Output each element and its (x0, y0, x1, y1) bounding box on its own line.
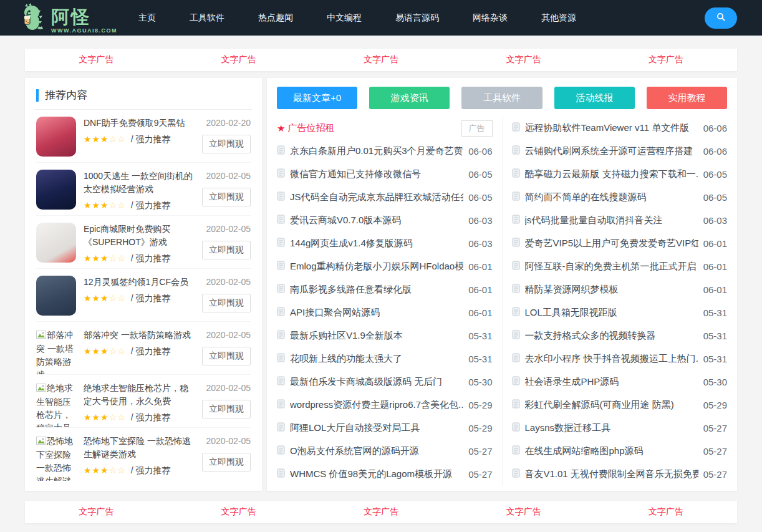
article-link[interactable]: 阿狸LOL大厅自动接受对局工具 (290, 422, 463, 434)
article-link[interactable]: 144g网页生成v1.4修复版源码 (290, 238, 463, 249)
category-button[interactable]: 游戏资讯 (369, 87, 450, 109)
article-title-link[interactable]: Epic商城限时免费购买《SUPERHOT》游戏 (84, 223, 196, 249)
text-ad-link[interactable]: 文字广告 (167, 54, 309, 65)
category-button[interactable]: 活动线报 (554, 87, 635, 109)
category-button[interactable]: 最新文章+0 (277, 87, 357, 109)
watch-now-button[interactable]: 立即围观 (202, 347, 251, 365)
thumbnail-image (36, 117, 76, 157)
article-info: DNF助手免费领取9天黑钻 ★★★☆☆ / 强力推荐 (84, 117, 196, 162)
article-thumbnail[interactable]: 恐怖地下室探险 一款恐怖逃生解谜 (36, 435, 77, 481)
article-link[interactable]: 去水印小程序 快手抖音视频搬运工上热门... (525, 353, 698, 365)
article-thumbnail[interactable] (36, 223, 77, 268)
article-date: 05-31 (703, 307, 727, 318)
article-link[interactable]: Laysns数据迁移工具 (525, 422, 698, 434)
article-thumbnail[interactable] (36, 170, 77, 215)
text-ad-link[interactable]: 文字广告 (25, 54, 167, 65)
text-ad-link[interactable]: 文字广告 (25, 506, 167, 518)
nav-item[interactable]: 热点趣闻 (258, 12, 293, 24)
article-link[interactable]: 南瓜影视多线路任意看绿化版 (290, 284, 463, 296)
watch-now-button[interactable]: 立即围观 (202, 241, 251, 259)
article-link[interactable]: 音友V1.01 无视付费限制全网音乐无损免费... (525, 468, 698, 480)
recommended-item: 绝地求生智能压枪芯片，稳定大号使用 绝地求生智能压枪芯片，稳定大号使用，永久免费… (36, 375, 251, 428)
nav-item[interactable]: 易语言源码 (395, 12, 439, 24)
ad-rent-link[interactable]: 广告位招租 (287, 122, 458, 134)
nav-item[interactable]: 中文编程 (327, 12, 362, 24)
article-link[interactable]: 彩虹代刷全解源码(可商业用途 防黑) (525, 399, 698, 411)
article-date: 2020-02-20 (202, 118, 251, 128)
article-date: 05-27 (468, 446, 492, 457)
document-icon (512, 445, 520, 457)
article-link[interactable]: js代码批量批量自动取消抖音关注 (525, 215, 698, 226)
nav-item[interactable]: 其他资源 (541, 12, 576, 24)
broken-image-alt-text: 恐怖地下室探险 一款恐怖逃生解谜 (36, 436, 73, 481)
article-title-link[interactable]: DNF助手免费领取9天黑钻 (84, 117, 196, 130)
article-link[interactable]: 爱奇艺VIP5以上用户可免费发爱奇艺VIP红包 (525, 238, 698, 249)
article-link[interactable]: API接口聚合网站源码 (290, 307, 463, 319)
article-link[interactable]: WHMCS 价值98美元的Lagom模板开源 (290, 468, 463, 480)
article-thumbnail[interactable]: 部落冲突 一款塔防策略游戏 (36, 329, 77, 374)
text-ad-link[interactable]: 文字广告 (310, 54, 452, 65)
article-date: 05-27 (468, 469, 492, 480)
rating-text: / 强力推荐 (131, 346, 171, 356)
article-row: 云铺购代刷网系统全开源可运营程序搭建 06-06 (512, 140, 728, 163)
article-link[interactable]: 爱讯云商城V0.7.0版本源码 (290, 215, 463, 226)
article-row: Emlog重构精仿老版小刀娱乐网HFoldao模... 06-01 (277, 255, 493, 278)
recommended-item: 12月灵狐签约领1月CF会员 ★★★☆☆ / 强力推荐 2020-02-05 立… (36, 269, 251, 322)
watch-now-button[interactable]: 立即围观 (202, 188, 251, 206)
article-date: 05-27 (703, 423, 727, 433)
article-row: 社会语录生成PHP源码 05-30 (512, 370, 728, 394)
category-button[interactable]: 实用教程 (647, 87, 727, 109)
article-title-link[interactable]: 1000天逃生 一款空间街机的太空模拟经营游戏 (84, 170, 196, 196)
search-button[interactable] (705, 7, 737, 29)
article-link[interactable]: JS代码全自动完成京东品牌狂欢城活动任务 (290, 191, 463, 203)
category-button[interactable]: 工具软件 (461, 87, 542, 109)
article-link[interactable]: 云铺购代刷网系统全开源可运营程序搭建 (525, 145, 698, 157)
article-link[interactable]: Emlog重构精仿老版小刀娱乐网HFoldao模... (290, 261, 463, 273)
watch-now-button[interactable]: 立即围观 (202, 135, 251, 153)
watch-now-button[interactable]: 立即围观 (202, 294, 251, 312)
nav-item[interactable]: 主页 (138, 12, 156, 24)
text-ad-link[interactable]: 文字广告 (310, 506, 452, 518)
article-link[interactable]: 花呗新上线的功能太强大了 (290, 353, 463, 365)
text-ad-link[interactable]: 文字广告 (595, 506, 737, 518)
article-link[interactable]: 在线生成网站缩略图php源码 (525, 445, 698, 457)
article-link[interactable]: O泡易支付系统官网的源码开源 (290, 445, 463, 457)
article-thumbnail[interactable]: 绝地求生智能压枪芯片，稳定大号使用 (36, 382, 77, 427)
article-link[interactable]: wordpress资源付费主题ripro6.7含美化包... (290, 399, 463, 411)
text-ad-link[interactable]: 文字广告 (167, 506, 309, 518)
article-link[interactable]: 阿怪互联-自家的免费主机第一批正式开启 (525, 261, 698, 273)
article-link[interactable]: 一款支持格式众多的视频转换器 (525, 330, 698, 342)
article-row: 一款支持格式众多的视频转换器 05-31 (512, 324, 728, 347)
article-link[interactable]: 京东白条新用户0.01元购买3个月爱奇艺黄... (290, 145, 463, 157)
article-link[interactable]: LOL工具箱无限视距版 (525, 307, 698, 319)
article-link[interactable]: 微信官方通知已支持修改微信号 (290, 168, 463, 180)
watch-now-button[interactable]: 立即围观 (202, 453, 251, 472)
article-link[interactable]: 精防某资源网织梦模板 (525, 284, 698, 296)
article-title-link[interactable]: 绝地求生智能压枪芯片，稳定大号使用，永久免费 (84, 382, 196, 408)
watch-now-button[interactable]: 立即围观 (202, 400, 251, 418)
recommended-item: 1000天逃生 一款空间街机的太空模拟经营游戏 ★★★☆☆ / 强力推荐 202… (36, 163, 251, 216)
document-icon (512, 191, 520, 203)
text-ad-link[interactable]: 文字广告 (452, 54, 594, 65)
text-ad-link[interactable]: 文字广告 (452, 506, 594, 518)
article-thumbnail[interactable] (36, 276, 77, 321)
site-logo[interactable]: 阿怪 WWW.AGUAI8.COM (19, 2, 117, 34)
article-link[interactable]: 最新乐购社区V1.9全新版本 (290, 330, 463, 342)
article-thumbnail[interactable] (36, 117, 77, 162)
article-link[interactable]: 社会语录生成PHP源码 (525, 376, 698, 388)
article-link[interactable]: 简约而不简单的在线搜题源码 (525, 191, 698, 203)
nav-item[interactable]: 工具软件 (190, 12, 224, 24)
article-date: 06-03 (468, 238, 492, 249)
article-title-link[interactable]: 部落冲突 一款塔防策略游戏 (84, 329, 196, 342)
rating-row: ★★★☆☆ / 强力推荐 (84, 293, 196, 304)
article-title-link[interactable]: 12月灵狐签约领1月CF会员 (84, 276, 196, 289)
text-ad-link[interactable]: 文字广告 (595, 54, 737, 65)
article-link[interactable]: 酷享磁力云最新版 支持磁力搜索下载和一... (525, 168, 698, 180)
document-icon (277, 215, 285, 226)
article-title-link[interactable]: 恐怖地下室探险 一款恐怖逃生解谜类游戏 (84, 435, 196, 461)
article-link[interactable]: 最新伯乐发卡商城高级版源码 无后门 (290, 376, 463, 388)
nav-item[interactable]: 网络杂谈 (473, 12, 508, 24)
article-link[interactable]: 远程协助软件TeamViewer v11 单文件版 (525, 122, 698, 134)
article-row: API接口聚合网站源码 06-01 (277, 301, 493, 324)
rating-text: / 强力推荐 (131, 293, 171, 303)
